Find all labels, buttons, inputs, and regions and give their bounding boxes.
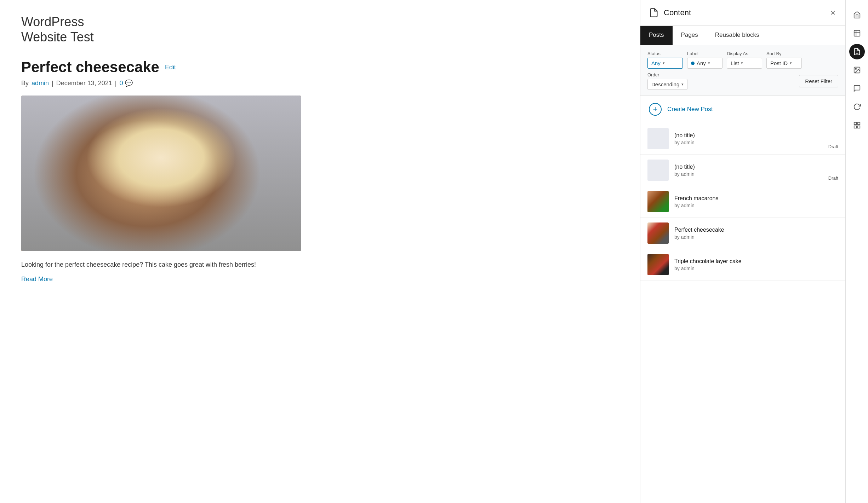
svg-point-6 (855, 68, 856, 69)
post-name: Triple chocolate layer cake (674, 258, 838, 265)
create-label: Create New Post (667, 106, 713, 113)
post-thumbnail (647, 160, 669, 181)
status-filter-group: Status Any ▾ (647, 51, 683, 69)
display-filter-group: Display As List ▾ (727, 51, 762, 69)
order-label: Order (647, 72, 687, 77)
comments-link[interactable]: 0 💬 (120, 79, 133, 87)
post-status-badge: Draft (828, 144, 838, 149)
status-value: Any (651, 60, 661, 66)
svg-rect-0 (854, 30, 860, 36)
label-label: Label (687, 51, 723, 56)
post-name: (no title) (674, 132, 838, 139)
post-info: French macarons by admin (674, 195, 838, 208)
author-link[interactable]: admin (32, 80, 49, 87)
list-item[interactable]: Perfect cheesecake by admin (640, 218, 845, 249)
post-thumbnail (647, 128, 669, 149)
sidebar-icons-panel (845, 0, 868, 503)
display-chevron-icon: ▾ (741, 61, 743, 65)
order-value: Descending (651, 81, 679, 87)
bookmark-icon-button[interactable] (849, 25, 865, 41)
sort-chevron-icon: ▾ (790, 61, 792, 65)
list-item[interactable]: French macarons by admin (640, 186, 845, 218)
comment-icon-button[interactable] (849, 81, 865, 96)
filter-row-2: Order Descending ▾ Reset Filter (647, 72, 838, 90)
post-info: (no title) by admin (674, 164, 838, 177)
display-value: List (731, 60, 739, 66)
main-content: WordPress Website Test Perfect cheesecak… (0, 0, 640, 503)
post-info: Triple chocolate layer cake by admin (674, 258, 838, 271)
refresh-icon-button[interactable] (849, 99, 865, 115)
order-chevron-icon: ▾ (681, 82, 684, 87)
post-title: Perfect cheesecake (21, 59, 159, 76)
order-select[interactable]: Descending ▾ (647, 79, 687, 90)
status-label: Status (647, 51, 683, 56)
label-filter-group: Label Any ▾ (687, 51, 723, 69)
post-info: (no title) by admin (674, 132, 838, 145)
site-title: WordPress Website Test (21, 14, 618, 45)
tab-pages[interactable]: Pages (673, 26, 707, 45)
status-select[interactable]: Any ▾ (647, 58, 683, 69)
post-author: by admin (674, 140, 838, 145)
post-author: by admin (674, 234, 838, 240)
filters-area: Status Any ▾ Label Any ▾ Display As List (640, 45, 845, 96)
tabs-bar: Posts Pages Reusable blocks (640, 26, 845, 45)
post-thumbnail (647, 222, 669, 244)
display-select[interactable]: List ▾ (727, 58, 762, 69)
svg-rect-7 (854, 122, 856, 125)
edit-link[interactable]: Edit (165, 64, 176, 71)
document-icon (649, 8, 659, 18)
plus-icon: + (649, 103, 662, 116)
post-author: by admin (674, 171, 838, 177)
post-thumbnail (647, 254, 669, 275)
svg-rect-8 (857, 122, 860, 125)
sort-filter-group: Sort By Post ID ▾ (766, 51, 802, 69)
post-image (21, 96, 301, 251)
comment-bubble-icon: 💬 (125, 80, 133, 87)
list-item[interactable]: (no title) by admin Draft (640, 155, 845, 186)
tab-posts[interactable]: Posts (640, 26, 673, 45)
list-item[interactable]: (no title) by admin Draft (640, 123, 845, 155)
post-author: by admin (674, 266, 838, 271)
post-info: Perfect cheesecake by admin (674, 227, 838, 240)
post-date: December 13, 2021 (56, 80, 112, 87)
image-icon-button[interactable] (849, 62, 865, 78)
read-more-link[interactable]: Read More (21, 276, 53, 283)
close-button[interactable]: × (829, 7, 837, 18)
post-title-area: Perfect cheesecake Edit (21, 59, 618, 76)
post-name: (no title) (674, 164, 838, 170)
post-list: (no title) by admin Draft (no title) by … (640, 123, 845, 503)
home-icon-button[interactable] (849, 7, 865, 23)
label-chevron-icon: ▾ (708, 61, 710, 65)
sort-select[interactable]: Post ID ▾ (766, 58, 802, 69)
sort-value: Post ID (770, 60, 788, 66)
svg-rect-9 (854, 126, 856, 128)
post-excerpt: Looking for the perfect cheesecake recip… (21, 260, 618, 270)
post-meta: By admin | December 13, 2021 | 0 💬 (21, 79, 618, 87)
label-value: Any (697, 60, 706, 66)
status-chevron-icon: ▾ (663, 61, 665, 65)
post-status-badge: Draft (828, 175, 838, 181)
cheesecake-visual (21, 96, 301, 251)
panel-title: Content (664, 8, 824, 17)
post-thumbnail (647, 191, 669, 212)
grid-icon-button[interactable] (849, 117, 865, 133)
panel-header: Content × (640, 0, 845, 26)
tab-reusable-blocks[interactable]: Reusable blocks (707, 26, 768, 45)
sort-label: Sort By (766, 51, 802, 56)
filter-row-1: Status Any ▾ Label Any ▾ Display As List (647, 51, 838, 69)
label-select[interactable]: Any ▾ (687, 58, 723, 69)
content-panel: Content × Posts Pages Reusable blocks St… (640, 0, 845, 503)
radio-dot-icon (691, 62, 695, 65)
order-filter-group: Order Descending ▾ (647, 72, 687, 90)
post-name: French macarons (674, 195, 838, 202)
post-name: Perfect cheesecake (674, 227, 838, 233)
create-new-post[interactable]: + Create New Post (640, 96, 845, 123)
reset-filter-button[interactable]: Reset Filter (799, 75, 838, 87)
post-author: by admin (674, 203, 838, 208)
list-item[interactable]: Triple chocolate layer cake by admin (640, 249, 845, 281)
display-label: Display As (727, 51, 762, 56)
svg-rect-10 (857, 126, 860, 128)
content-icon-button[interactable] (849, 44, 865, 59)
